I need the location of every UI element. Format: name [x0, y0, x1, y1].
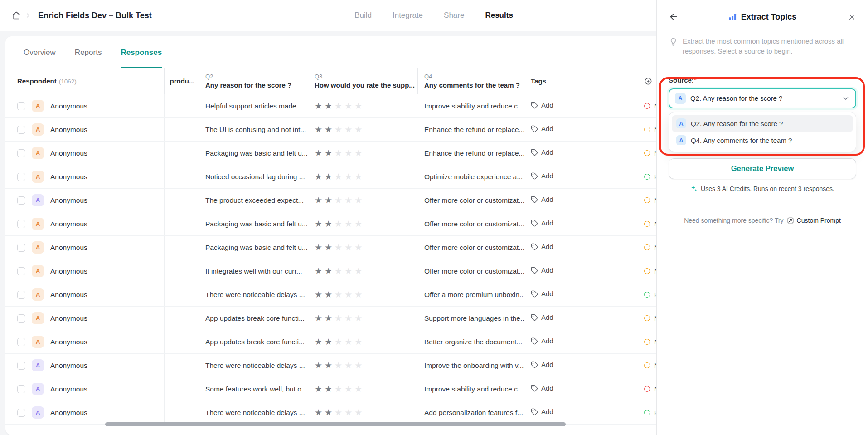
sentiment-ai-icon	[644, 77, 652, 85]
truncated-column-header: produ...	[164, 68, 199, 94]
row-checkbox[interactable]	[17, 385, 25, 393]
home-icon[interactable]	[12, 11, 21, 20]
row-checkbox[interactable]	[17, 244, 25, 252]
row-checkbox[interactable]	[17, 102, 25, 110]
add-tag-button[interactable]: Add	[531, 101, 553, 109]
respondent-name: Anonymous	[50, 173, 87, 181]
star-icon: ★	[325, 196, 335, 205]
custom-prompt-button[interactable]: Custom Prompt	[787, 217, 841, 224]
star-icon: ★	[325, 290, 335, 299]
source-section: Source:* A Q2. Any reason for the score …	[657, 76, 868, 152]
star-rating: ★★★★★	[315, 290, 364, 299]
add-tag-button[interactable]: Add	[531, 148, 553, 156]
q2-column-header: Q2. Any reason for the score ?	[199, 68, 308, 94]
tag-icon	[531, 243, 538, 250]
tag-icon	[531, 196, 538, 203]
add-tag-button[interactable]: Add	[531, 125, 553, 132]
nav-results[interactable]: Results	[485, 11, 513, 20]
add-tag-button[interactable]: Add	[531, 408, 553, 415]
close-icon[interactable]	[848, 13, 856, 21]
row-checkbox[interactable]	[17, 362, 25, 370]
horizontal-scrollbar[interactable]	[105, 422, 566, 426]
row-checkbox[interactable]	[17, 196, 25, 205]
truncated-column-cell	[164, 165, 199, 188]
source-dropdown: A Q2. Any reason for the score ? A Q4. A…	[669, 112, 856, 152]
add-tag-button[interactable]: Add	[531, 172, 553, 180]
sentiment-dot	[644, 339, 650, 345]
star-icon: ★	[344, 125, 354, 134]
q3-column-header: Q3. How would you rate the supp...	[308, 68, 418, 94]
add-tag-button[interactable]: Add	[531, 196, 553, 203]
question-type-badge: A	[676, 118, 686, 128]
row-checkbox[interactable]	[17, 338, 25, 346]
back-arrow-icon[interactable]	[669, 12, 679, 22]
star-icon: ★	[325, 314, 335, 323]
truncated-column-cell	[164, 401, 199, 424]
star-icon: ★	[344, 102, 354, 111]
star-icon: ★	[335, 220, 344, 229]
star-icon: ★	[354, 220, 364, 229]
star-icon: ★	[315, 172, 325, 181]
avatar: A	[32, 288, 44, 301]
add-tag-button[interactable]: Add	[531, 337, 553, 345]
row-checkbox[interactable]	[17, 314, 25, 323]
row-checkbox[interactable]	[17, 173, 25, 181]
star-icon: ★	[354, 385, 364, 394]
credits-note: Uses 3 AI Credits. Runs on recent 3 resp…	[657, 185, 868, 192]
star-icon: ★	[344, 196, 354, 205]
row-checkbox[interactable]	[17, 220, 25, 228]
star-icon: ★	[315, 149, 325, 158]
tab-responses[interactable]: Responses	[121, 48, 162, 68]
add-tag-button[interactable]: Add	[531, 266, 553, 274]
q3-answer: ★★★★★	[308, 290, 418, 299]
star-icon: ★	[325, 243, 335, 252]
add-tag-button[interactable]: Add	[531, 384, 553, 392]
source-label: Source:	[669, 76, 694, 84]
star-icon: ★	[335, 408, 344, 417]
q4-answer: Enhance the refund or replace...	[418, 126, 524, 134]
panel-footer: Need something more specific? Try Custom…	[657, 217, 868, 224]
star-icon: ★	[354, 125, 364, 134]
add-tag-button[interactable]: Add	[531, 243, 553, 250]
q2-answer: There were noticeable delays ...	[199, 362, 308, 370]
row-checkbox[interactable]	[17, 126, 25, 134]
row-checkbox[interactable]	[17, 409, 25, 417]
source-option-q2[interactable]: A Q2. Any reason for the score ?	[672, 115, 853, 132]
q3-answer: ★★★★★	[308, 337, 418, 347]
star-icon: ★	[335, 196, 344, 205]
star-icon: ★	[335, 290, 344, 299]
row-checkbox[interactable]	[17, 267, 25, 275]
star-icon: ★	[344, 385, 354, 394]
avatar: A	[32, 241, 44, 254]
star-rating: ★★★★★	[315, 385, 364, 394]
nav-integrate[interactable]: Integrate	[393, 11, 423, 20]
source-select[interactable]: A Q2. Any reason for the score ?	[669, 88, 856, 108]
star-icon: ★	[335, 337, 344, 347]
tag-icon	[531, 361, 538, 368]
star-icon: ★	[335, 314, 344, 323]
star-rating: ★★★★★	[315, 408, 364, 417]
star-icon: ★	[354, 196, 364, 205]
row-checkbox[interactable]	[17, 291, 25, 299]
generate-preview-button[interactable]: Generate Preview	[669, 158, 856, 179]
row-checkbox[interactable]	[17, 149, 25, 157]
nav-build[interactable]: Build	[354, 11, 372, 20]
star-rating: ★★★★★	[315, 243, 364, 252]
add-tag-button[interactable]: Add	[531, 361, 553, 368]
add-tag-button[interactable]: Add	[531, 290, 553, 298]
add-tag-button[interactable]: Add	[531, 313, 553, 321]
source-option-q4[interactable]: A Q4. Any comments for the team ?	[672, 132, 853, 149]
dashed-divider	[669, 205, 856, 205]
extract-topics-icon	[728, 13, 737, 21]
sentiment-dot	[644, 221, 650, 227]
truncated-column-cell	[164, 307, 199, 330]
tab-reports[interactable]: Reports	[75, 48, 102, 68]
tab-overview[interactable]: Overview	[24, 48, 56, 68]
add-tag-button[interactable]: Add	[531, 219, 553, 227]
sentiment-dot	[644, 292, 650, 298]
respondent-name: Anonymous	[50, 244, 87, 252]
nav-share[interactable]: Share	[444, 11, 464, 20]
edit-icon	[787, 217, 794, 224]
chevron-right-icon	[24, 12, 32, 19]
tag-icon	[531, 102, 538, 109]
